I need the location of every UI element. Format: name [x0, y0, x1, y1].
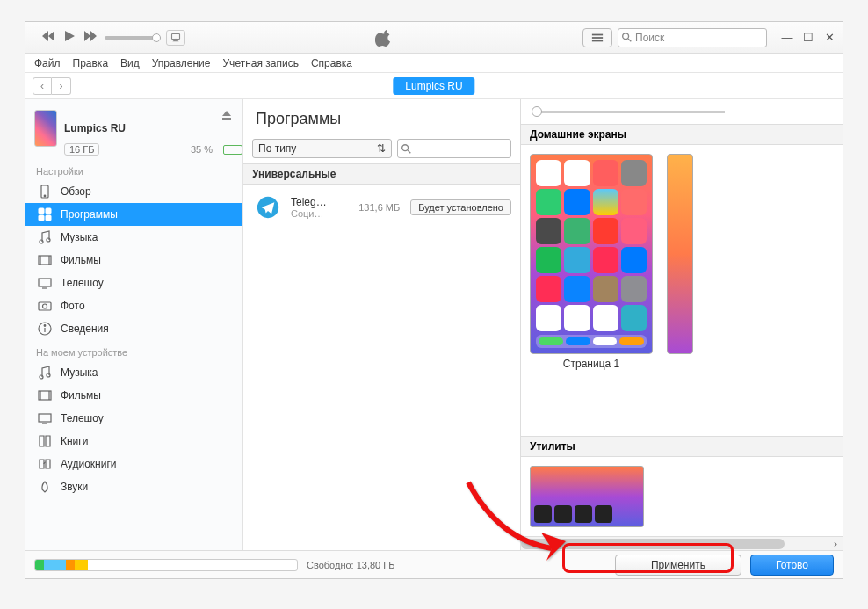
nav-back-button[interactable]: ‹	[33, 77, 52, 95]
apps-search-input[interactable]	[397, 139, 511, 158]
menu-account[interactable]: Учетная запись	[223, 57, 299, 69]
app-category: Соци…	[291, 208, 351, 219]
sidebar-device-movies[interactable]: Фильмы	[25, 384, 242, 407]
page-1-label: Страница 1	[530, 354, 653, 370]
svg-point-4	[623, 33, 629, 40]
sidebar-item-music[interactable]: Музыка	[25, 226, 242, 249]
sidebar-item-summary[interactable]: Обзор	[25, 180, 242, 203]
sidebar-device-books[interactable]: Книги	[25, 430, 242, 453]
svg-rect-10	[39, 215, 44, 221]
menubar: Файл Правка Вид Управление Учетная запис…	[25, 54, 843, 73]
playback-controls	[41, 29, 98, 46]
free-space-label: Свободно: 13,80 ГБ	[307, 560, 394, 570]
dock-row	[536, 335, 647, 348]
homescreens-header: Домашние экраны	[521, 124, 843, 145]
homescreen-page-2-partial[interactable]	[667, 154, 693, 354]
sort-dropdown[interactable]: По типу ⇅	[252, 139, 392, 158]
svg-point-24	[40, 375, 43, 379]
device-name: Lumpics RU	[64, 122, 126, 134]
sidebar-item-movies[interactable]: Фильмы	[25, 249, 242, 272]
menu-file[interactable]: Файл	[34, 57, 61, 69]
svg-point-13	[47, 238, 50, 242]
app-name: Teleg…	[291, 196, 351, 208]
storage-bar	[34, 559, 298, 571]
sidebar-header-ondevice: На моем устройстве	[25, 340, 242, 361]
utilities-header: Утилиты	[521, 436, 843, 457]
svg-line-5	[628, 39, 631, 41]
nav-forward-button[interactable]: ›	[52, 77, 71, 95]
svg-rect-17	[39, 279, 51, 286]
global-search-input[interactable]: Поиск	[618, 28, 767, 47]
svg-point-31	[402, 144, 409, 150]
telegram-icon	[252, 192, 284, 223]
svg-rect-0	[172, 33, 180, 39]
apps-title: Программы	[243, 99, 520, 139]
svg-point-12	[40, 240, 43, 243]
prev-track-button[interactable]	[41, 29, 55, 46]
horizontal-scrollbar[interactable]: ‹ ›	[521, 536, 843, 550]
sidebar-item-photos[interactable]: Фото	[25, 294, 242, 317]
section-universal: Универсальные	[243, 163, 520, 185]
device-header[interactable]: Lumpics RU	[25, 105, 242, 150]
scroll-right-button[interactable]: ›	[828, 537, 843, 550]
homescreen-page-1[interactable]: Страница 1	[530, 154, 653, 370]
eject-button[interactable]	[221, 110, 232, 123]
search-icon	[622, 33, 632, 42]
battery-icon	[223, 145, 242, 155]
window-minimize-button[interactable]: —	[779, 30, 795, 46]
sidebar-device-tvshows[interactable]: Телешоу	[25, 407, 242, 430]
sidebar-device-tones[interactable]: Звуки	[25, 475, 242, 498]
device-thumbnail-icon	[34, 110, 57, 147]
svg-rect-29	[39, 414, 51, 422]
svg-point-23	[44, 325, 46, 327]
volume-slider[interactable]	[105, 36, 157, 40]
menu-view[interactable]: Вид	[120, 57, 140, 69]
next-track-button[interactable]	[83, 29, 98, 46]
sidebar: Lumpics RU 16 ГБ 35 % Настройки Обзор Пр…	[25, 99, 243, 550]
itunes-window: Поиск — ☐ ✕ Файл Правка Вид Управление У…	[25, 21, 843, 579]
svg-point-25	[47, 373, 50, 377]
svg-rect-9	[46, 208, 51, 214]
search-placeholder: Поиск	[635, 32, 664, 44]
list-view-button[interactable]	[582, 28, 612, 47]
device-pill[interactable]: Lumpics RU	[393, 77, 474, 95]
sidebar-device-audiobooks[interactable]: Аудиокниги	[25, 453, 242, 475]
app-icon-grid	[536, 160, 647, 331]
sidebar-device-music[interactable]: Музыка	[25, 361, 242, 384]
menu-help[interactable]: Справка	[311, 57, 352, 69]
app-row-telegram[interactable]: Teleg… Соци… 131,6 МБ Будет установлено	[243, 185, 520, 230]
menu-controls[interactable]: Управление	[152, 57, 211, 69]
svg-point-7	[44, 195, 46, 197]
chevron-updown-icon: ⇅	[377, 142, 386, 155]
apps-column: Программы По типу ⇅ Универсальные	[243, 99, 521, 550]
apply-button[interactable]: Применить	[615, 555, 741, 576]
svg-rect-8	[39, 208, 44, 214]
zoom-slider[interactable]	[532, 111, 725, 113]
sidebar-header-settings: Настройки	[25, 159, 242, 180]
window-close-button[interactable]: ✕	[821, 30, 837, 46]
sidebar-item-tvshows[interactable]: Телешоу	[25, 272, 242, 294]
sidebar-item-info[interactable]: Сведения	[25, 317, 242, 340]
screens-column: Домашние экраны	[521, 99, 843, 550]
app-size: 131,6 МБ	[358, 202, 400, 213]
apple-logo-icon	[185, 28, 582, 47]
window-maximize-button[interactable]: ☐	[800, 30, 816, 46]
svg-line-32	[408, 149, 410, 152]
nav-row: ‹ › Lumpics RU	[25, 73, 843, 99]
airplay-button[interactable]	[166, 30, 185, 46]
svg-rect-11	[46, 215, 51, 221]
utilities-folder[interactable]	[530, 466, 644, 527]
play-button[interactable]	[62, 29, 76, 46]
menu-edit[interactable]: Правка	[73, 57, 109, 69]
sidebar-item-apps[interactable]: Программы	[25, 203, 242, 226]
svg-point-20	[43, 304, 47, 308]
svg-rect-19	[39, 302, 51, 310]
install-status-button[interactable]: Будет установлено	[410, 199, 511, 215]
search-icon	[401, 144, 411, 154]
titlebar: Поиск — ☐ ✕	[25, 22, 843, 54]
done-button[interactable]: Готово	[750, 555, 834, 576]
bottom-bar: Свободно: 13,80 ГБ Применить Готово	[25, 550, 843, 578]
